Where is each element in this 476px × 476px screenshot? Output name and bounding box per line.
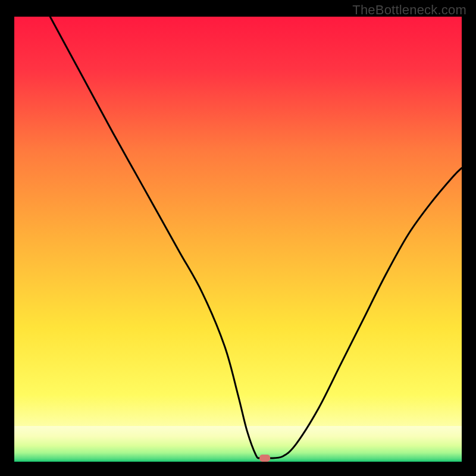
gradient-bottom-band (14, 426, 462, 462)
watermark-label: TheBottleneck.com (352, 2, 466, 18)
chart-svg (14, 17, 462, 462)
plot-area (14, 17, 462, 462)
chart-frame: TheBottleneck.com (0, 0, 476, 476)
minimum-marker (259, 455, 270, 462)
